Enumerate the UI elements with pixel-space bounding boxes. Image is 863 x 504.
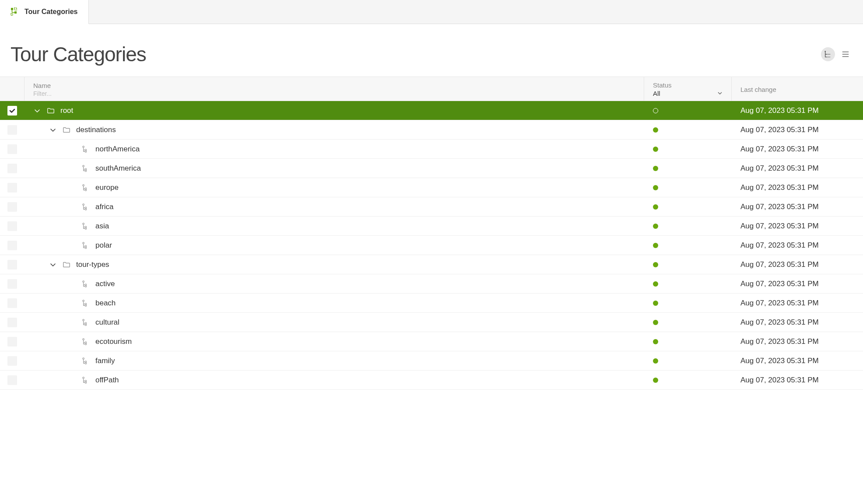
- row-checkbox-cell: [0, 202, 25, 212]
- row-checkbox[interactable]: [7, 298, 17, 308]
- row-status-cell: [644, 224, 732, 229]
- table-row[interactable]: familyAug 07, 2023 05:31 PM: [0, 351, 863, 371]
- node-icon: [81, 299, 90, 308]
- table-row[interactable]: polarAug 07, 2023 05:31 PM: [0, 236, 863, 255]
- row-last-change-value: Aug 07, 2023 05:31 PM: [740, 106, 819, 115]
- table-row[interactable]: africaAug 07, 2023 05:31 PM: [0, 197, 863, 217]
- folder-icon: [62, 260, 71, 269]
- row-last-change-cell: Aug 07, 2023 05:31 PM: [732, 280, 863, 288]
- tree-view-button[interactable]: [821, 47, 835, 61]
- table-row[interactable]: offPathAug 07, 2023 05:31 PM: [0, 371, 863, 390]
- row-checkbox-cell: [0, 144, 25, 154]
- row-checkbox[interactable]: [7, 356, 17, 366]
- list-view-button[interactable]: [838, 47, 852, 61]
- column-last-change-label: Last change: [740, 86, 776, 93]
- row-name-label: polar: [95, 241, 112, 250]
- row-checkbox[interactable]: [7, 260, 17, 270]
- row-name-label: beach: [95, 299, 116, 308]
- row-checkbox[interactable]: [7, 279, 17, 289]
- folder-icon: [62, 126, 71, 134]
- row-last-change-value: Aug 07, 2023 05:31 PM: [740, 280, 819, 288]
- row-checkbox-cell: [0, 183, 25, 192]
- row-name-cell: family: [25, 357, 644, 365]
- row-last-change-value: Aug 07, 2023 05:31 PM: [740, 145, 819, 154]
- row-name-label: root: [60, 106, 73, 115]
- status-published-icon: [653, 147, 658, 152]
- row-name-label: europe: [95, 183, 119, 192]
- status-filter-select[interactable]: All: [653, 90, 723, 97]
- table-row[interactable]: southAmericaAug 07, 2023 05:31 PM: [0, 159, 863, 178]
- row-checkbox[interactable]: [7, 125, 17, 135]
- row-last-change-cell: Aug 07, 2023 05:31 PM: [732, 164, 863, 173]
- table-row[interactable]: rootAug 07, 2023 05:31 PM: [0, 101, 863, 120]
- row-checkbox[interactable]: [7, 241, 17, 250]
- row-checkbox-cell: [0, 221, 25, 231]
- row-name-cell: ecotourism: [25, 337, 644, 346]
- row-status-cell: [644, 339, 732, 344]
- table-row[interactable]: northAmericaAug 07, 2023 05:31 PM: [0, 140, 863, 159]
- table-row[interactable]: destinationsAug 07, 2023 05:31 PM: [0, 120, 863, 140]
- column-status-label: Status: [653, 81, 723, 89]
- row-last-change-cell: Aug 07, 2023 05:31 PM: [732, 241, 863, 250]
- row-status-cell: [644, 204, 732, 210]
- table-row[interactable]: activeAug 07, 2023 05:31 PM: [0, 274, 863, 294]
- row-status-cell: [644, 127, 732, 133]
- row-name-cell: cultural: [25, 318, 644, 327]
- row-status-cell: [644, 108, 732, 113]
- row-checkbox-cell: [0, 260, 25, 270]
- svg-point-11: [83, 165, 84, 167]
- folder-icon: [46, 106, 55, 115]
- expand-toggle[interactable]: [33, 107, 41, 115]
- svg-point-37: [85, 343, 87, 345]
- table-row[interactable]: culturalAug 07, 2023 05:31 PM: [0, 313, 863, 332]
- row-status-cell: [644, 166, 732, 171]
- row-status-cell: [644, 320, 732, 325]
- svg-point-16: [85, 189, 87, 191]
- row-checkbox[interactable]: [7, 164, 17, 173]
- svg-point-14: [83, 184, 84, 186]
- row-last-change-cell: Aug 07, 2023 05:31 PM: [732, 203, 863, 211]
- row-checkbox[interactable]: [7, 337, 17, 346]
- name-filter-input[interactable]: Filter...: [33, 90, 635, 97]
- row-checkbox[interactable]: [7, 202, 17, 212]
- row-name-label: tour-types: [76, 260, 109, 269]
- node-icon: [81, 280, 90, 288]
- table-row[interactable]: tour-typesAug 07, 2023 05:31 PM: [0, 255, 863, 274]
- row-checkbox[interactable]: [7, 221, 17, 231]
- page-title-row: Tour Categories: [0, 24, 863, 77]
- row-checkbox[interactable]: [7, 106, 17, 116]
- row-checkbox[interactable]: [7, 375, 17, 385]
- node-icon: [81, 241, 90, 250]
- row-last-change-value: Aug 07, 2023 05:31 PM: [740, 203, 819, 211]
- table-row[interactable]: asiaAug 07, 2023 05:31 PM: [0, 217, 863, 236]
- row-last-change-value: Aug 07, 2023 05:31 PM: [740, 164, 819, 173]
- column-status: Status All: [644, 77, 732, 101]
- row-checkbox[interactable]: [7, 183, 17, 192]
- node-icon: [81, 357, 90, 365]
- expand-toggle[interactable]: [49, 126, 57, 134]
- status-published-icon: [653, 185, 658, 190]
- row-checkbox-cell: [0, 125, 25, 135]
- status-published-icon: [653, 127, 658, 133]
- row-status-cell: [644, 262, 732, 267]
- row-last-change-value: Aug 07, 2023 05:31 PM: [740, 241, 819, 250]
- row-name-cell: beach: [25, 299, 644, 308]
- row-checkbox[interactable]: [7, 318, 17, 327]
- list-view-icon: [842, 50, 849, 58]
- table-row[interactable]: beachAug 07, 2023 05:31 PM: [0, 294, 863, 313]
- row-name-cell: asia: [25, 222, 644, 231]
- svg-rect-2: [14, 11, 17, 14]
- expand-toggle[interactable]: [49, 261, 57, 269]
- chevron-down-icon: [717, 90, 723, 97]
- svg-point-29: [83, 300, 84, 301]
- tab-tour-categories[interactable]: Tour Categories: [0, 0, 89, 24]
- table-row[interactable]: europeAug 07, 2023 05:31 PM: [0, 178, 863, 197]
- row-last-change-cell: Aug 07, 2023 05:31 PM: [732, 260, 863, 269]
- node-icon: [81, 337, 90, 346]
- svg-point-40: [85, 362, 87, 364]
- row-checkbox[interactable]: [7, 144, 17, 154]
- row-last-change-value: Aug 07, 2023 05:31 PM: [740, 260, 819, 269]
- table-row[interactable]: ecotourismAug 07, 2023 05:31 PM: [0, 332, 863, 351]
- row-name-cell: tour-types: [25, 260, 644, 269]
- svg-rect-1: [14, 8, 17, 10]
